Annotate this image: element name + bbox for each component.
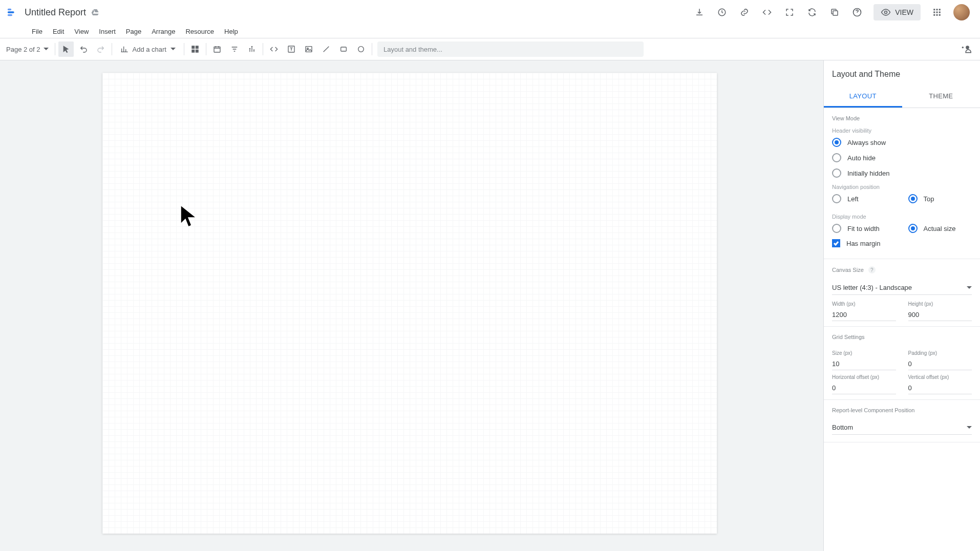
checkbox-label: Has margin bbox=[846, 240, 880, 247]
menu-resource[interactable]: Resource bbox=[181, 27, 218, 36]
height-input[interactable] bbox=[908, 308, 972, 321]
height-field[interactable]: Height (px) bbox=[908, 301, 972, 321]
svg-point-6 bbox=[885, 11, 887, 14]
redo-icon[interactable] bbox=[93, 41, 109, 57]
grid-voffset-input[interactable] bbox=[908, 381, 972, 394]
url-embed-icon[interactable] bbox=[266, 41, 282, 57]
report-level-header: Report-level Component Position bbox=[832, 407, 972, 413]
width-field[interactable]: Width (px) bbox=[832, 301, 896, 321]
refresh-icon[interactable] bbox=[806, 6, 818, 18]
menu-edit[interactable]: Edit bbox=[49, 27, 68, 36]
svg-rect-11 bbox=[936, 12, 938, 13]
radio-icon bbox=[832, 153, 841, 162]
radio-initially-hidden[interactable]: Initially hidden bbox=[832, 168, 972, 178]
radio-nav-top[interactable]: Top bbox=[908, 194, 972, 203]
embed-icon[interactable] bbox=[761, 6, 773, 18]
date-range-icon[interactable] bbox=[209, 41, 225, 57]
radio-auto-hide[interactable]: Auto hide bbox=[832, 153, 972, 162]
grid-hoffset-field[interactable]: Horizontal offset (px) bbox=[832, 374, 896, 394]
fullscreen-icon[interactable] bbox=[783, 6, 796, 18]
grid-padding-input[interactable] bbox=[908, 357, 972, 370]
apps-grid-icon[interactable] bbox=[931, 6, 943, 18]
add-people-icon[interactable] bbox=[958, 41, 974, 57]
grid-size-input[interactable] bbox=[832, 357, 896, 370]
bar-chart-icon bbox=[120, 45, 129, 53]
svg-rect-10 bbox=[933, 12, 935, 13]
menu-page[interactable]: Page bbox=[122, 27, 145, 36]
link-icon[interactable] bbox=[738, 6, 751, 18]
download-icon[interactable] bbox=[693, 6, 706, 18]
radio-icon bbox=[908, 224, 918, 233]
report-level-value: Bottom bbox=[832, 423, 853, 431]
user-avatar[interactable] bbox=[953, 4, 970, 20]
checkbox-icon bbox=[832, 239, 840, 247]
grid-voffset-field[interactable]: Vertical offset (px) bbox=[908, 374, 972, 394]
svg-rect-12 bbox=[939, 12, 941, 13]
svg-rect-1 bbox=[8, 11, 14, 13]
text-tool-icon[interactable] bbox=[284, 41, 299, 57]
tab-theme[interactable]: THEME bbox=[902, 86, 981, 108]
canvas-container[interactable] bbox=[0, 60, 823, 551]
page-picker[interactable]: Page 2 of 2 bbox=[6, 46, 52, 53]
circle-tool-icon[interactable] bbox=[353, 41, 369, 57]
dropdown-icon bbox=[967, 425, 972, 430]
svg-rect-7 bbox=[933, 9, 935, 10]
clock-icon[interactable] bbox=[716, 6, 728, 18]
nav-position-label: Navigation position bbox=[832, 184, 972, 190]
document-title[interactable]: Untitled Report bbox=[25, 7, 86, 18]
report-level-select[interactable]: Bottom bbox=[832, 419, 972, 435]
menu-help[interactable]: Help bbox=[220, 27, 242, 36]
separator bbox=[263, 43, 263, 55]
svg-point-26 bbox=[966, 46, 969, 49]
svg-rect-22 bbox=[306, 47, 312, 52]
radio-fit-width[interactable]: Fit to width bbox=[832, 224, 896, 233]
separator bbox=[55, 43, 55, 55]
data-control-icon[interactable] bbox=[244, 41, 260, 57]
radio-label: Initially hidden bbox=[847, 169, 889, 177]
canvas-preset-select[interactable]: US letter (4:3) - Landscape bbox=[832, 280, 972, 295]
grid-size-field[interactable]: Size (px) bbox=[832, 350, 896, 370]
tab-layout[interactable]: LAYOUT bbox=[824, 86, 902, 108]
select-tool-icon[interactable] bbox=[58, 41, 74, 57]
radio-actual-size[interactable]: Actual size bbox=[908, 224, 972, 233]
filter-control-icon[interactable] bbox=[227, 41, 242, 57]
radio-icon bbox=[832, 138, 841, 147]
community-viz-icon[interactable] bbox=[187, 41, 203, 57]
add-chart-button[interactable]: Add a chart bbox=[115, 43, 181, 55]
svg-rect-2 bbox=[8, 14, 12, 16]
line-tool-icon[interactable] bbox=[318, 41, 334, 57]
checkbox-has-margin[interactable]: Has margin bbox=[832, 239, 972, 247]
separator bbox=[206, 43, 206, 55]
grid-padding-field[interactable]: Padding (px) bbox=[908, 350, 972, 370]
svg-rect-19 bbox=[196, 50, 199, 53]
header-actions: VIEW bbox=[693, 4, 970, 20]
section-view-mode: View Mode Header visibility Always show … bbox=[824, 108, 980, 259]
image-tool-icon[interactable] bbox=[301, 41, 316, 57]
help-icon[interactable]: ? bbox=[868, 266, 876, 273]
layout-theme-search[interactable]: Layout and theme... bbox=[377, 41, 644, 57]
report-canvas[interactable] bbox=[102, 73, 717, 534]
radio-nav-left[interactable]: Left bbox=[832, 194, 896, 203]
menu-arrange[interactable]: Arrange bbox=[147, 27, 179, 36]
radio-always-show[interactable]: Always show bbox=[832, 138, 972, 147]
grid-hoffset-input[interactable] bbox=[832, 381, 896, 394]
width-input[interactable] bbox=[832, 308, 896, 321]
rectangle-tool-icon[interactable] bbox=[336, 41, 351, 57]
help-icon[interactable] bbox=[851, 6, 863, 18]
field-label: Size (px) bbox=[832, 350, 896, 356]
radio-label: Top bbox=[924, 195, 934, 203]
view-button[interactable]: VIEW bbox=[874, 4, 921, 20]
menu-file[interactable]: File bbox=[28, 27, 47, 36]
svg-rect-8 bbox=[936, 9, 938, 10]
undo-icon[interactable] bbox=[76, 41, 91, 57]
separator bbox=[372, 43, 372, 55]
menu-insert[interactable]: Insert bbox=[95, 27, 120, 36]
radio-label: Always show bbox=[847, 139, 886, 146]
canvas-size-header-text: Canvas Size bbox=[832, 267, 864, 273]
copy-icon[interactable] bbox=[828, 6, 841, 18]
view-mode-header: View Mode bbox=[832, 115, 972, 121]
header-visibility-label: Header visibility bbox=[832, 128, 972, 134]
radio-label: Actual size bbox=[924, 225, 956, 232]
app-header: Untitled Report VIEW bbox=[0, 0, 980, 25]
menu-view[interactable]: View bbox=[70, 27, 93, 36]
